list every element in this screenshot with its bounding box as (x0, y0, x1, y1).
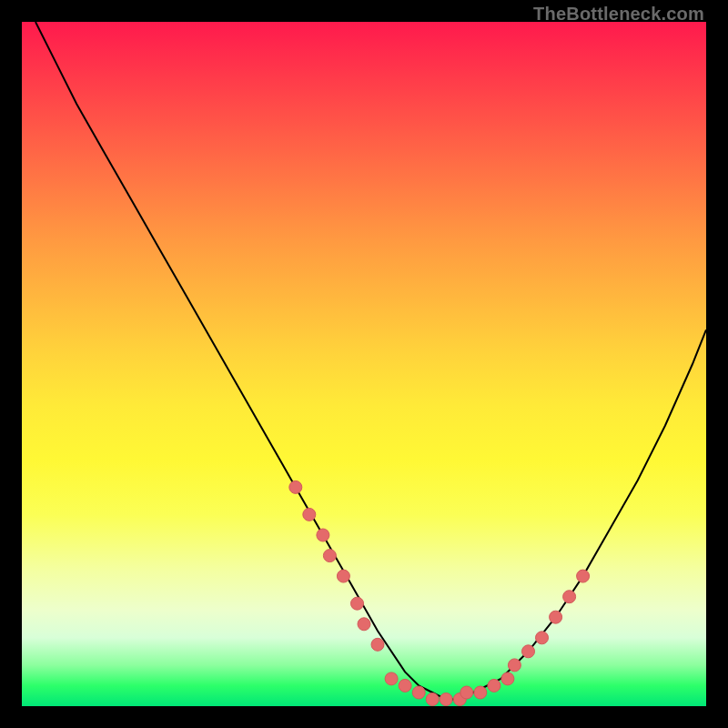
marker-group (289, 480, 590, 705)
marker-dot (385, 672, 398, 685)
marker-dot (577, 570, 590, 582)
marker-dot (303, 508, 316, 521)
bottleneck-curve (35, 22, 706, 700)
marker-dot (426, 693, 439, 706)
marker-dot (358, 618, 370, 631)
marker-dot (399, 679, 411, 692)
chart-frame: TheBottleneck.com (0, 0, 728, 728)
chart-overlay (22, 22, 706, 706)
marker-dot (488, 679, 500, 692)
marker-dot (563, 591, 576, 603)
marker-dot (474, 686, 487, 699)
marker-dot (440, 693, 452, 706)
marker-dot (412, 686, 425, 699)
marker-dot (317, 529, 329, 541)
marker-dot (522, 645, 535, 658)
marker-dot (371, 638, 384, 651)
marker-dot (323, 550, 336, 562)
marker-dot (289, 480, 302, 493)
marker-dot (501, 672, 514, 685)
marker-dot (536, 632, 549, 644)
marker-dot (337, 570, 349, 582)
marker-dot (550, 611, 562, 623)
marker-dot (351, 597, 364, 610)
marker-dot (508, 659, 521, 672)
marker-dot (460, 686, 473, 699)
